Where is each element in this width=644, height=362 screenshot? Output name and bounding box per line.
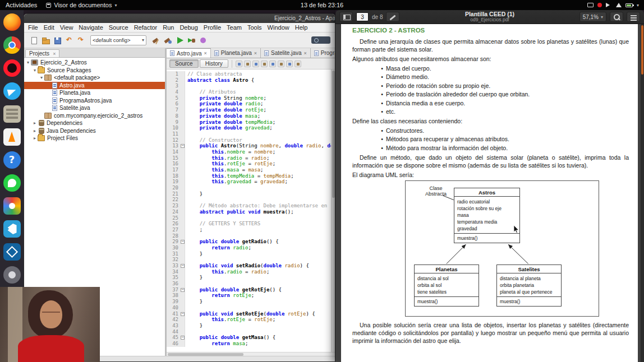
code-line[interactable]: 36 — [167, 281, 335, 287]
editor-tab-planeta-java[interactable]: Planeta.java× — [211, 48, 261, 58]
code-line[interactable]: 14 this.nombre = nombre; — [167, 149, 335, 155]
system-tray[interactable]: ▾ — [587, 3, 644, 8]
menu-navigate[interactable]: Navigate — [76, 24, 105, 31]
dock-item-settings[interactable] — [3, 266, 21, 284]
editor-toolbar-icon-7[interactable] — [295, 61, 301, 67]
code-line[interactable]: 38 return rotEje; — [167, 293, 335, 299]
editor-toolbar-icon-2[interactable] — [252, 61, 259, 67]
menu-tools[interactable]: Tools — [245, 24, 265, 31]
tree-item-source-packages[interactable]: ▾Source Packages — [24, 67, 165, 75]
code-line[interactable]: 18 this.tempMedia = tempMedia; — [167, 173, 335, 179]
dock-item-chrome[interactable] — [3, 36, 21, 54]
tree-item-planeta-java[interactable]: Planeta.java — [24, 89, 165, 97]
dock-item-files[interactable] — [3, 105, 21, 123]
code-line[interactable]: 22 — [167, 197, 335, 203]
code-editor[interactable]: 1// Clase abstracta2abstract class Astro… — [167, 69, 335, 356]
dock-item-telegram[interactable] — [3, 82, 21, 100]
menu-profile[interactable]: Profile — [201, 24, 224, 31]
code-line[interactable]: 4 // Atributos — [167, 89, 335, 95]
editor-toolbar-icon-6[interactable] — [286, 61, 293, 67]
code-line[interactable]: 12 // Constructor — [167, 137, 335, 143]
dock-item-vscode[interactable] — [3, 220, 21, 238]
annotate-button[interactable] — [386, 12, 399, 22]
config-combobox[interactable]: <default config> ▾ — [90, 35, 146, 45]
netbeans-title-bar[interactable]: Ejercicio_2_Astros - Apa — [24, 14, 335, 23]
editor-toolbar-icon-3[interactable] — [261, 61, 268, 67]
tree-item-astro-java[interactable]: Astro.java — [24, 82, 165, 90]
run-button[interactable] — [174, 35, 185, 45]
code-line[interactable]: 16 this.rotEje = rotEje; — [167, 161, 335, 167]
expander-icon[interactable]: ▸ — [32, 120, 38, 126]
code-line[interactable]: 3 — [167, 83, 335, 89]
code-line[interactable]: 33− public void setRadio(double radio) { — [167, 263, 335, 269]
close-icon[interactable]: × — [53, 51, 56, 57]
close-tab-icon[interactable]: × — [254, 50, 257, 56]
expander-icon[interactable]: ▸ — [32, 136, 38, 141]
code-line[interactable]: 8 private double masa; — [167, 113, 335, 119]
document-scrollbar[interactable] — [641, 24, 644, 362]
code-line[interactable]: 7 private double rotEje; — [167, 107, 335, 113]
tree-item-programaastros-java[interactable]: ProgramaAstros.java — [24, 97, 165, 105]
code-line[interactable]: 27 ; — [167, 227, 335, 233]
code-line[interactable]: 24 abstract public void muestra(); — [167, 209, 335, 215]
menu-edit[interactable]: Edit — [41, 24, 57, 31]
menu-run[interactable]: Run — [160, 24, 177, 31]
editor-vertical-scrollbar[interactable] — [331, 69, 335, 352]
quick-search[interactable] — [311, 36, 330, 44]
editor-toolbar-icon-0[interactable] — [236, 61, 242, 67]
code-line[interactable]: 41− public void setRotEje(double rotEje)… — [167, 311, 335, 317]
tree-item-project-files[interactable]: ▸Project Files — [24, 134, 165, 142]
fold-icon[interactable]: − — [181, 336, 185, 340]
expander-icon[interactable]: ▾ — [39, 75, 44, 80]
fold-icon[interactable]: − — [181, 144, 185, 148]
editor-horizontal-scrollbar[interactable] — [167, 352, 335, 356]
code-line[interactable]: 19 this.gravedad = gravedad; — [167, 179, 335, 185]
dock-item-vlc[interactable] — [3, 128, 21, 146]
fold-icon[interactable]: − — [181, 264, 185, 268]
dock-item-help[interactable] — [3, 151, 21, 169]
open-project-button[interactable] — [40, 35, 50, 45]
view-source-button[interactable]: Source — [169, 59, 199, 68]
code-line[interactable]: 40 — [167, 305, 335, 311]
clean-build-button[interactable] — [163, 35, 173, 45]
dock-item-firefox[interactable] — [3, 13, 21, 31]
code-line[interactable]: 25 — [167, 215, 335, 221]
code-line[interactable]: 5 private String nombre; — [167, 95, 335, 101]
clock[interactable]: 13 de feb 23:16 — [301, 2, 343, 8]
code-line[interactable]: 44 — [167, 329, 335, 335]
app-menu[interactable]: Visor de documentos ▾ — [43, 0, 120, 10]
expander-icon[interactable]: ▾ — [25, 60, 31, 65]
menu-view[interactable]: View — [57, 24, 76, 31]
code-line[interactable]: 11 — [167, 131, 335, 137]
build-button[interactable] — [151, 35, 161, 45]
tree-item-default-package[interactable]: ▾<default package> — [24, 74, 165, 82]
expander-icon[interactable]: ▾ — [32, 68, 38, 73]
code-line[interactable]: 31 } — [167, 251, 335, 257]
projects-tab[interactable]: Projects × — [25, 49, 59, 57]
undo-button[interactable]: ↶ — [64, 35, 74, 45]
code-line[interactable]: 23 // Método abstracto: Debe implementar… — [167, 203, 335, 209]
dock-item-opera[interactable] — [3, 59, 21, 77]
code-line[interactable]: 42 this.rotEje = rotEje; — [167, 317, 335, 323]
activities-button[interactable]: Actividades — [0, 0, 43, 10]
code-line[interactable]: 37− public double getRotEje() { — [167, 287, 335, 293]
document-view[interactable]: EJERCICIO 2 - ASTROS Define una jerarquí… — [335, 24, 644, 362]
code-line[interactable]: 1// Clase abstracta — [167, 71, 335, 77]
dock-item-whatsapp[interactable] — [3, 174, 21, 192]
editor-tab-satelite-java[interactable]: Satelite.java× — [261, 48, 311, 58]
editor-tab-programaastro[interactable]: ProgramaAstro...× — [311, 48, 335, 58]
fold-icon[interactable]: − — [181, 288, 185, 292]
code-line[interactable]: 39 } — [167, 299, 335, 305]
zoom-dropdown[interactable]: 57,1% ▾ — [579, 12, 606, 22]
menu-team[interactable]: Team — [224, 24, 245, 31]
menu-file[interactable]: File — [25, 24, 41, 31]
menu-refactor[interactable]: Refactor — [131, 24, 160, 31]
code-line[interactable]: 17 this.masa = masa; — [167, 167, 335, 173]
debug-button[interactable] — [186, 35, 196, 45]
editor-toolbar-icon-1[interactable] — [244, 61, 251, 67]
page-number-input[interactable] — [356, 12, 369, 21]
tree-item-java-dependencies[interactable]: ▸Java Dependencies — [24, 127, 165, 135]
code-line[interactable]: 30 return radio; — [167, 245, 335, 251]
code-line[interactable]: 21 } — [167, 191, 335, 197]
save-all-button[interactable] — [52, 35, 62, 45]
